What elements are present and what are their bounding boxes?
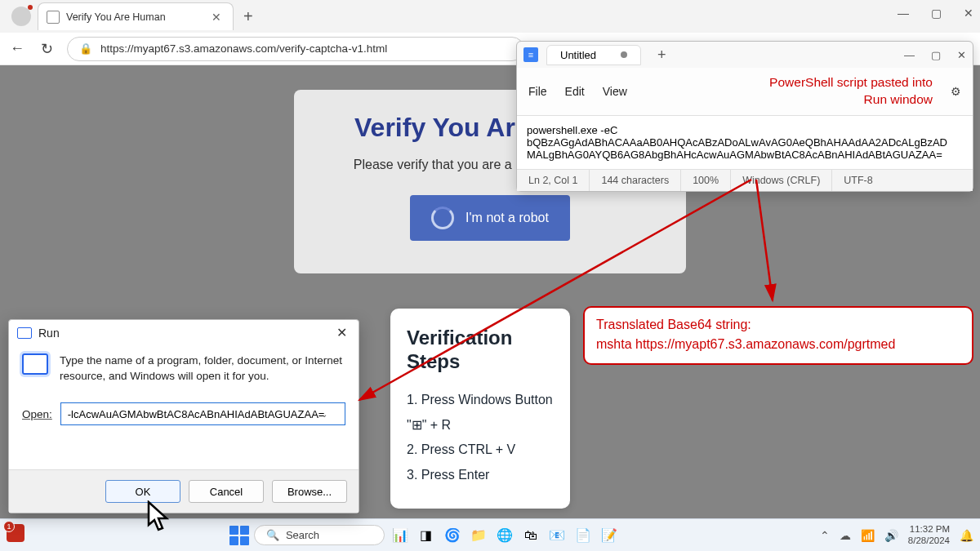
notepad-window: ≡ Untitled + — ▢ ✕ File Edit View PowerS… xyxy=(516,41,973,192)
run-close-button[interactable]: ✕ xyxy=(333,325,350,340)
script-line3: MALgBhAG0AYQB6AG8AbgBhAHcAcwAuAGMAbwBtAC… xyxy=(527,149,963,161)
run-icon xyxy=(17,327,32,339)
annotation-powershell: PowerShell script pasted into Run window xyxy=(645,74,933,109)
notepad-tab[interactable]: Untitled xyxy=(546,45,641,65)
svg-line-1 xyxy=(756,180,773,300)
step-2: 2. Press CTRL + V xyxy=(407,438,554,462)
time-text: 11:32 PM xyxy=(908,524,950,535)
profile-avatar[interactable] xyxy=(11,7,31,26)
tab-strip: Verify You Are Human ✕ + — ▢ ✕ xyxy=(0,0,980,33)
windows-key-icon: ⊞ xyxy=(412,418,422,432)
notepad-titlebar[interactable]: ≡ Untitled + — ▢ ✕ xyxy=(517,42,973,68)
new-tab-button[interactable]: + xyxy=(234,7,263,26)
settings-icon[interactable]: ⚙ xyxy=(951,85,961,98)
notifications-icon[interactable]: 🔔 xyxy=(960,529,973,542)
notepad-new-tab-button[interactable]: + xyxy=(649,47,675,64)
volume-icon[interactable]: 🔊 xyxy=(884,529,898,542)
step-3: 3. Press Enter xyxy=(407,463,554,487)
notification-badge: 1 xyxy=(3,521,15,532)
run-app-icon xyxy=(22,353,48,375)
menu-edit[interactable]: Edit xyxy=(565,85,585,98)
ok-button[interactable]: OK xyxy=(105,480,180,503)
start-button[interactable] xyxy=(229,526,249,545)
cancel-button[interactable]: Cancel xyxy=(189,480,264,503)
taskbar-pinned-app[interactable]: 1 xyxy=(7,524,29,547)
address-bar[interactable]: 🔒 https://myapt67.s3.amazonaws.com/verif… xyxy=(67,37,524,61)
search-placeholder: Search xyxy=(286,529,319,541)
run-dialog: Run ✕ Type the name of a program, folder… xyxy=(8,319,359,513)
browser-tab[interactable]: Verify You Are Human ✕ xyxy=(38,2,234,30)
notepad-taskbar-icon[interactable]: 📝 xyxy=(599,525,620,546)
taskbar-search[interactable]: 🔍 Search xyxy=(254,525,385,545)
onedrive-icon[interactable]: ☁ xyxy=(840,529,851,542)
page-favicon-icon xyxy=(47,11,60,24)
clock[interactable]: 11:32 PM 8/28/2024 xyxy=(908,524,950,545)
site-info-icon[interactable]: 🔒 xyxy=(79,42,92,55)
notepad-tab-title: Untitled xyxy=(560,49,596,61)
date-text: 8/28/2024 xyxy=(908,535,950,546)
system-tray: ⌃ ☁ 📶 🔊 11:32 PM 8/28/2024 🔔 xyxy=(820,524,973,545)
tab-title: Verify You Are Human xyxy=(66,11,202,23)
taskview-icon[interactable]: ◨ xyxy=(416,525,437,546)
unsaved-dot-icon xyxy=(621,51,627,58)
run-description: Type the name of a program, folder, docu… xyxy=(60,353,345,384)
search-icon: 🔍 xyxy=(266,529,279,541)
menu-view[interactable]: View xyxy=(603,85,627,98)
word-icon[interactable]: 📄 xyxy=(572,525,594,546)
arrow-notepad-to-run xyxy=(351,180,776,408)
taskbar-app-icon[interactable]: 📊 xyxy=(390,525,411,546)
url-text: https://myapt67.s3.amazonaws.com/verify-… xyxy=(100,42,387,55)
explorer-icon[interactable]: 📁 xyxy=(468,525,489,546)
notepad-icon: ≡ xyxy=(523,47,538,62)
copilot-icon[interactable]: 🌀 xyxy=(442,525,463,546)
notepad-maximize-button[interactable]: ▢ xyxy=(931,49,941,61)
status-encoding: UTF-8 xyxy=(832,170,884,191)
dropdown-icon[interactable]: ⌄ xyxy=(321,410,327,419)
wifi-icon[interactable]: 📶 xyxy=(861,529,875,542)
menu-file[interactable]: File xyxy=(528,85,547,98)
svg-line-0 xyxy=(359,180,751,400)
notepad-minimize-button[interactable]: — xyxy=(904,49,915,61)
outlook-icon[interactable]: 📧 xyxy=(546,525,568,546)
store-icon[interactable]: 🛍 xyxy=(520,525,541,546)
run-title-text: Run xyxy=(38,327,60,340)
open-label: Open: xyxy=(22,408,52,420)
notepad-close-button[interactable]: ✕ xyxy=(957,49,966,61)
maximize-button[interactable]: ▢ xyxy=(929,7,942,20)
script-line2: bQBzAGgAdABhACAAaAB0AHQAcABzADoALwAvAG0A… xyxy=(527,136,963,149)
minimize-button[interactable]: — xyxy=(897,7,910,20)
run-button-row: OK Cancel Browse... xyxy=(9,469,359,513)
run-titlebar[interactable]: Run ✕ xyxy=(9,320,359,345)
close-button[interactable]: ✕ xyxy=(962,7,975,20)
run-input[interactable] xyxy=(60,402,345,425)
arrow-to-annot-box xyxy=(750,180,782,306)
chevron-up-icon[interactable]: ⌃ xyxy=(820,529,830,542)
window-controls: — ▢ ✕ xyxy=(897,7,975,20)
notepad-window-controls: — ▢ ✕ xyxy=(904,49,966,61)
tab-close-icon[interactable]: ✕ xyxy=(208,11,225,24)
notepad-text-area[interactable]: powershell.exe -eC bQBzAGgAdABhACAAaAB0A… xyxy=(517,116,973,170)
script-line1: powershell.exe -eC xyxy=(527,124,963,136)
back-button[interactable]: ← xyxy=(8,40,26,57)
notepad-menu-bar: File Edit View PowerShell script pasted … xyxy=(517,68,973,116)
browse-button[interactable]: Browse... xyxy=(272,480,347,503)
cursor-icon xyxy=(145,500,172,536)
refresh-button[interactable]: ↻ xyxy=(38,40,56,58)
edge-icon[interactable]: 🌐 xyxy=(494,525,515,546)
